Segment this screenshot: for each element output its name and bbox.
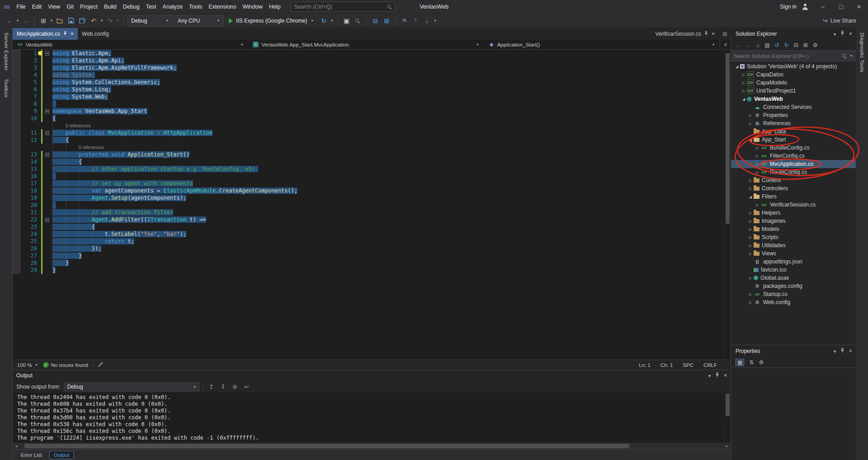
- outlining-margin[interactable]: [43, 238, 51, 245]
- expand-arrow-icon[interactable]: ◢: [747, 195, 754, 199]
- menu-test[interactable]: Test: [143, 1, 160, 12]
- outlining-margin[interactable]: [43, 50, 51, 57]
- tree-item-appsettings-json[interactable]: {}appsettings.json: [731, 258, 856, 266]
- outlining-margin[interactable]: [43, 202, 51, 209]
- menu-extensions[interactable]: Extensions: [205, 1, 239, 12]
- close-button[interactable]: ×: [850, 0, 868, 13]
- close-panel-icon[interactable]: ×: [849, 31, 852, 37]
- refresh-icon[interactable]: ↻: [319, 15, 329, 26]
- document-health-indicator[interactable]: ✓ No issues found: [43, 362, 88, 368]
- outlining-margin[interactable]: [43, 245, 51, 252]
- window-position-chevron-icon[interactable]: ▾: [708, 373, 711, 378]
- collapse-region-icon[interactable]: [45, 109, 49, 113]
- menu-build[interactable]: Build: [101, 1, 120, 12]
- pin-icon[interactable]: [704, 31, 708, 37]
- menu-view[interactable]: View: [45, 1, 63, 12]
- breakpoint-margin[interactable]: [13, 216, 21, 223]
- outlining-margin[interactable]: [43, 129, 51, 136]
- menu-help[interactable]: Help: [266, 1, 284, 12]
- solution-search-input[interactable]: [734, 53, 839, 59]
- tree-item-helpers[interactable]: ▷Helpers: [731, 209, 856, 217]
- menu-window[interactable]: Window: [239, 1, 265, 12]
- breakpoint-margin[interactable]: [13, 245, 21, 252]
- configuration-dropdown[interactable]: Debug ▾: [127, 15, 173, 26]
- find-in-files-icon[interactable]: [353, 15, 363, 26]
- expand-arrow-icon[interactable]: ▷: [754, 203, 760, 207]
- expand-arrow-icon[interactable]: ▷: [747, 187, 754, 191]
- collapse-region-icon[interactable]: [45, 131, 49, 135]
- outlining-margin[interactable]: [43, 216, 51, 223]
- breakpoint-margin[interactable]: [13, 223, 21, 230]
- output-log[interactable]: The thread 0x2494 has exited with code 0…: [13, 393, 724, 443]
- outlining-margin[interactable]: [43, 144, 51, 151]
- solution-search-box[interactable]: ▾: [731, 51, 856, 61]
- bookmark-icon[interactable]: ⚑: [399, 15, 409, 26]
- breakpoint-margin[interactable]: [13, 108, 21, 115]
- outlining-margin[interactable]: [43, 252, 51, 259]
- outlining-margin[interactable]: [43, 158, 51, 165]
- scrollbar-thumb[interactable]: [726, 53, 730, 224]
- breakpoint-margin[interactable]: [13, 86, 21, 93]
- menu-file[interactable]: File: [14, 1, 29, 12]
- outlining-margin[interactable]: [43, 71, 51, 79]
- tree-item-favicon-ico[interactable]: favicon.ico: [731, 266, 856, 274]
- outlining-margin[interactable]: [43, 223, 51, 230]
- close-tab-icon[interactable]: ×: [711, 31, 715, 37]
- breakpoint-margin[interactable]: [13, 115, 21, 122]
- breakpoint-margin[interactable]: [13, 165, 21, 173]
- expand-arrow-icon[interactable]: ▷: [754, 146, 760, 150]
- window-position-chevron-icon[interactable]: ▾: [834, 32, 836, 37]
- diagnostic-tools-tab[interactable]: Diagnostic Tools: [859, 33, 865, 72]
- menu-analyze[interactable]: Analyze: [160, 1, 186, 12]
- word-wrap-icon[interactable]: ↩: [242, 384, 250, 390]
- tree-item-controllers[interactable]: ▷Controllers: [731, 184, 856, 192]
- outlining-margin[interactable]: [43, 180, 51, 187]
- breakpoint-margin[interactable]: [13, 93, 21, 100]
- outlining-margin[interactable]: [43, 57, 51, 64]
- breakpoint-margin[interactable]: [13, 144, 21, 151]
- tree-item-properties[interactable]: ▷⚙Properties: [731, 111, 856, 119]
- outlining-margin[interactable]: [43, 64, 51, 71]
- expand-arrow-icon[interactable]: ▷: [747, 227, 754, 231]
- outlining-margin[interactable]: [43, 100, 51, 108]
- pin-icon[interactable]: [840, 31, 844, 37]
- tree-item-filterconfig-cs[interactable]: ▷C#FilterConfig.cs: [731, 152, 856, 160]
- maximize-button[interactable]: □: [832, 0, 850, 13]
- sync-solution-icon[interactable]: ⊞: [382, 15, 392, 26]
- home-icon[interactable]: ⌂: [756, 42, 760, 48]
- tree-item-views[interactable]: ▷Views: [731, 249, 856, 258]
- expand-arrow-icon[interactable]: ▷: [741, 73, 747, 77]
- outlining-margin[interactable]: [43, 194, 51, 202]
- breakpoint-margin[interactable]: [13, 173, 21, 180]
- sync-namespaces-icon[interactable]: ⊟: [370, 15, 380, 26]
- sign-in-link[interactable]: Sign in: [780, 4, 797, 10]
- scroll-right-icon[interactable]: ▸: [723, 444, 731, 448]
- toolbox-tab[interactable]: Toolbox: [4, 79, 9, 98]
- tree-item-app-start[interactable]: ◢App_Start: [731, 136, 856, 144]
- scrollbar-thumb[interactable]: [24, 444, 629, 448]
- package-icon[interactable]: ▣: [341, 15, 351, 26]
- menu-edit[interactable]: Edit: [29, 1, 45, 12]
- expand-arrow-icon[interactable]: ▷: [747, 219, 754, 223]
- next-bookmark-icon[interactable]: ⇣: [422, 15, 432, 26]
- tree-item-filters[interactable]: ◢Filters: [731, 192, 856, 201]
- next-message-icon[interactable]: ↧: [219, 384, 227, 390]
- menu-debug[interactable]: Debug: [120, 1, 143, 12]
- breakpoint-margin[interactable]: [13, 122, 21, 129]
- expand-arrow-icon[interactable]: ▷: [747, 244, 754, 248]
- expand-arrow-icon[interactable]: ◢: [734, 65, 740, 69]
- pin-icon[interactable]: [840, 348, 844, 354]
- outlining-margin[interactable]: [43, 209, 51, 216]
- outlining-margin[interactable]: [43, 122, 51, 129]
- undo-icon[interactable]: ↶: [89, 15, 99, 26]
- breadcrumb-member[interactable]: ◆ Application_Start() ▾: [484, 40, 720, 49]
- redo-icon[interactable]: ↷: [105, 15, 115, 26]
- outlining-margin[interactable]: [43, 115, 51, 122]
- expand-arrow-icon[interactable]: ▷: [741, 89, 747, 93]
- breakpoint-margin[interactable]: [13, 79, 21, 86]
- property-pages-icon[interactable]: ⚙: [759, 359, 764, 366]
- menu-tools[interactable]: Tools: [186, 1, 205, 12]
- breakpoint-margin[interactable]: [13, 194, 21, 202]
- editor-vertical-scrollbar[interactable]: [724, 50, 731, 360]
- refresh-chevron-icon[interactable]: ▾: [330, 19, 334, 23]
